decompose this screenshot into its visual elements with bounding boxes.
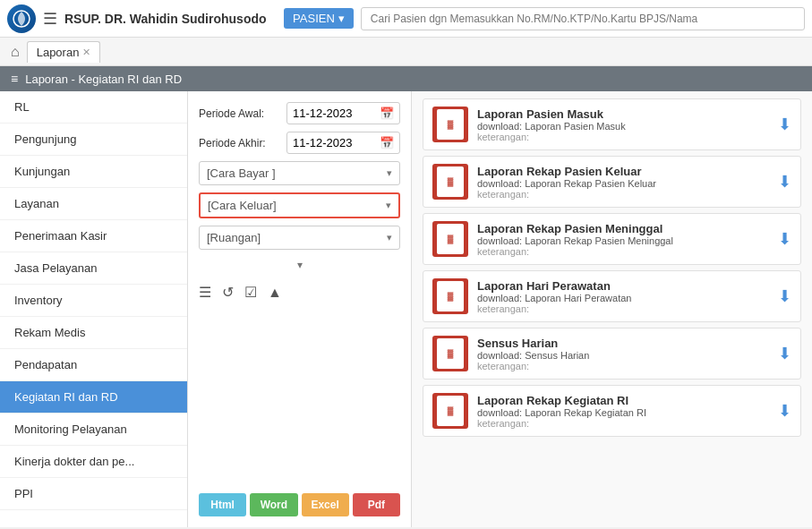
report-keterangan-4: keterangan: [477, 361, 769, 371]
ruangan-dropdown[interactable]: [Ruangan] ▾ [199, 226, 400, 250]
cloud-download-icon-4[interactable]: ⬇ [778, 344, 791, 363]
home-icon[interactable]: ⌂ [7, 40, 23, 64]
report-download-2: download: Laporan Rekap Pasien Meninggal [477, 235, 769, 246]
sidebar-item-ppi[interactable]: PPI [0, 478, 187, 510]
top-bar: ☰ RSUP. DR. Wahidin Sudirohusodo PASIEN … [0, 0, 812, 38]
right-panel: ▓ Laporan Pasien Masuk download: Laporan… [412, 91, 812, 527]
sidebar-item-kegiatan-ri-rd[interactable]: Kegiatan RI dan RD [0, 381, 187, 414]
cloud-download-icon-5[interactable]: ⬇ [778, 401, 791, 421]
report-card-1: ▓ Laporan Rekap Pasien Keluar download: … [423, 156, 801, 208]
html-button[interactable]: Html [199, 493, 246, 516]
scroll-arrow: ▾ [199, 259, 400, 271]
sidebar-item-monitoring-pelayanan[interactable]: Monitoring Pelayanan [0, 414, 187, 446]
report-icon-3: ▓ [432, 278, 468, 314]
periode-akhir-row: Periode Akhir: 11-12-2023 📅 [199, 132, 400, 154]
sidebar-item-penerimaan-kasir[interactable]: Penerimaan Kasir [0, 220, 187, 252]
cara-bayar-dropdown[interactable]: [Cara Bayar ] ▾ [199, 161, 400, 185]
sidebar-item-rl[interactable]: RL [0, 91, 187, 124]
content-area: Periode Awal: 11-12-2023 📅 Periode Akhir… [188, 91, 812, 527]
page-title: Laporan - Kegiatan RI dan RD [25, 73, 182, 86]
sidebar-item-jasa-pelayanan[interactable]: Jasa Pelayanan [0, 252, 187, 285]
report-info-4: Sensus Harian download: Sensus Harian ke… [477, 337, 769, 371]
report-card-5: ▓ Laporan Rekap Kegiatan RI download: La… [423, 385, 801, 437]
report-info-1: Laporan Rekap Pasien Keluar download: La… [477, 165, 769, 200]
history-icon[interactable]: ↺ [222, 284, 234, 301]
tab-laporan[interactable]: Laporan ✕ [27, 41, 101, 63]
search-input[interactable] [361, 7, 805, 30]
left-panel: Periode Awal: 11-12-2023 📅 Periode Akhir… [188, 91, 412, 527]
sidebar-item-inventory[interactable]: Inventory [0, 285, 187, 317]
sidebar-item-kinerja-dokter[interactable]: Kinerja dokter dan pe... [0, 446, 187, 478]
excel-button[interactable]: Excel [302, 493, 349, 516]
report-card-4: ▓ Sensus Harian download: Sensus Harian … [423, 328, 801, 380]
report-keterangan-3: keterangan: [477, 303, 769, 314]
report-card-3: ▓ Laporan Hari Perawatan download: Lapor… [423, 270, 801, 322]
cloud-download-icon-0[interactable]: ⬇ [778, 115, 791, 134]
check-icon[interactable]: ☑ [244, 284, 257, 301]
periode-akhir-input[interactable]: 11-12-2023 📅 [286, 132, 400, 154]
report-download-1: download: Laporan Rekap Pasien Keluar [477, 178, 769, 189]
main-layout: RL Pengunjung Kunjungan Layanan Penerima… [0, 91, 812, 527]
cara-keluar-dropdown[interactable]: [Cara Keluar] ▾ [199, 192, 400, 218]
report-icon-2: ▓ [432, 221, 468, 257]
calendar-awal-icon[interactable]: 📅 [380, 107, 394, 120]
calendar-akhir-icon[interactable]: 📅 [380, 136, 394, 149]
report-download-5: download: Laporan Rekap Kegiatan RI [477, 407, 769, 418]
report-title-5: Laporan Rekap Kegiatan RI [477, 394, 769, 407]
report-keterangan-5: keterangan: [477, 418, 769, 429]
report-icon-5: ▓ [432, 393, 468, 429]
cara-keluar-arrow-icon: ▾ [386, 200, 391, 211]
report-download-4: download: Sensus Harian [477, 350, 769, 361]
report-info-0: Laporan Pasien Masuk download: Laporan P… [477, 107, 769, 142]
report-icon-0: ▓ [432, 107, 468, 142]
report-icon-4: ▓ [432, 336, 468, 371]
pasien-label: PASIEN [293, 12, 335, 25]
list-icon[interactable]: ☰ [199, 284, 211, 301]
expand-icon[interactable]: ▲ [268, 285, 282, 301]
report-keterangan-0: keterangan: [477, 132, 769, 142]
report-card-0: ▓ Laporan Pasien Masuk download: Laporan… [423, 98, 801, 150]
export-buttons: Html Word Excel Pdf [199, 486, 400, 516]
cara-keluar-label: [Cara Keluar] [208, 199, 277, 212]
periode-akhir-label: Periode Akhir: [199, 137, 279, 149]
page-title-bar: ≡ Laporan - Kegiatan RI dan RD [0, 66, 812, 91]
word-button[interactable]: Word [250, 493, 297, 516]
tab-bar: ⌂ Laporan ✕ [0, 38, 812, 66]
cara-bayar-arrow-icon: ▾ [387, 167, 392, 179]
report-download-3: download: Laporan Hari Perawatan [477, 293, 769, 303]
periode-awal-input[interactable]: 11-12-2023 📅 [286, 102, 400, 124]
cloud-download-icon-2[interactable]: ⬇ [778, 229, 791, 249]
cara-bayar-label: [Cara Bayar ] [207, 166, 276, 180]
periode-awal-row: Periode Awal: 11-12-2023 📅 [199, 102, 400, 124]
report-keterangan-1: keterangan: [477, 189, 769, 200]
periode-akhir-value: 11-12-2023 [293, 136, 353, 149]
sidebar-item-pendapatan[interactable]: Pendapatan [0, 349, 187, 381]
ruangan-label: [Ruangan] [207, 231, 261, 244]
report-title-2: Laporan Rekap Pasien Meninggal [477, 222, 769, 235]
cloud-download-icon-1[interactable]: ⬇ [778, 172, 791, 192]
periode-awal-value: 11-12-2023 [293, 107, 353, 120]
report-info-3: Laporan Hari Perawatan download: Laporan… [477, 279, 769, 314]
report-info-2: Laporan Rekap Pasien Meninggal download:… [477, 222, 769, 257]
sidebar-item-rekam-medis[interactable]: Rekam Medis [0, 317, 187, 349]
report-download-0: download: Laporan Pasien Masuk [477, 121, 769, 132]
sidebar-item-kunjungan[interactable]: Kunjungan [0, 156, 187, 188]
report-card-2: ▓ Laporan Rekap Pasien Meninggal downloa… [423, 213, 801, 265]
cloud-download-icon-3[interactable]: ⬇ [778, 286, 791, 306]
down-arrow-icon: ▾ [297, 259, 303, 271]
sidebar-item-pengunjung[interactable]: Pengunjung [0, 124, 187, 156]
ruangan-arrow-icon: ▾ [387, 232, 392, 243]
pasien-arrow-icon: ▾ [338, 12, 345, 25]
pasien-dropdown[interactable]: PASIEN ▾ [284, 8, 354, 29]
tab-close-icon[interactable]: ✕ [82, 47, 90, 58]
hospital-name: RSUP. DR. Wahidin Sudirohusodo [64, 12, 277, 26]
logo [7, 4, 36, 33]
report-title-3: Laporan Hari Perawatan [477, 279, 769, 293]
report-title-4: Sensus Harian [477, 337, 769, 350]
sidebar-item-layanan[interactable]: Layanan [0, 188, 187, 220]
periode-awal-label: Periode Awal: [199, 107, 279, 120]
hamburger-icon[interactable]: ☰ [43, 9, 57, 29]
report-keterangan-2: keterangan: [477, 246, 769, 257]
pdf-button[interactable]: Pdf [353, 493, 400, 516]
report-info-5: Laporan Rekap Kegiatan RI download: Lapo… [477, 394, 769, 429]
